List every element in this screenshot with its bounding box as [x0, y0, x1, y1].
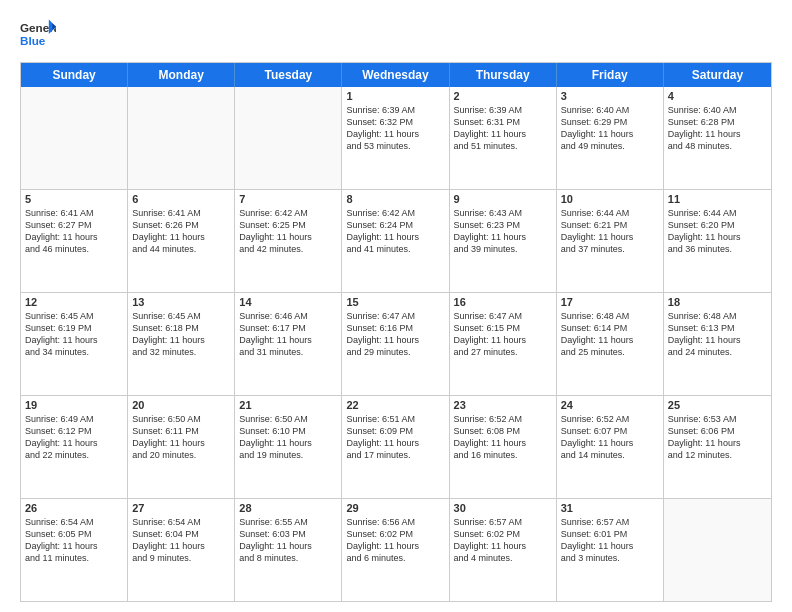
day-info-25: Sunrise: 6:53 AM Sunset: 6:06 PM Dayligh… [668, 413, 767, 462]
day-info-14: Sunrise: 6:46 AM Sunset: 6:17 PM Dayligh… [239, 310, 337, 359]
day-number-22: 22 [346, 399, 444, 411]
empty-cell [128, 87, 235, 189]
day-cell-2: 2Sunrise: 6:39 AM Sunset: 6:31 PM Daylig… [450, 87, 557, 189]
day-number-2: 2 [454, 90, 552, 102]
day-info-15: Sunrise: 6:47 AM Sunset: 6:16 PM Dayligh… [346, 310, 444, 359]
day-number-13: 13 [132, 296, 230, 308]
day-cell-18: 18Sunrise: 6:48 AM Sunset: 6:13 PM Dayli… [664, 293, 771, 395]
day-number-8: 8 [346, 193, 444, 205]
day-cell-5: 5Sunrise: 6:41 AM Sunset: 6:27 PM Daylig… [21, 190, 128, 292]
empty-cell [21, 87, 128, 189]
calendar-row-1: 5Sunrise: 6:41 AM Sunset: 6:27 PM Daylig… [21, 190, 771, 293]
day-cell-8: 8Sunrise: 6:42 AM Sunset: 6:24 PM Daylig… [342, 190, 449, 292]
day-info-19: Sunrise: 6:49 AM Sunset: 6:12 PM Dayligh… [25, 413, 123, 462]
day-info-16: Sunrise: 6:47 AM Sunset: 6:15 PM Dayligh… [454, 310, 552, 359]
logo-icon: General Blue [20, 16, 56, 52]
day-info-28: Sunrise: 6:55 AM Sunset: 6:03 PM Dayligh… [239, 516, 337, 565]
day-info-23: Sunrise: 6:52 AM Sunset: 6:08 PM Dayligh… [454, 413, 552, 462]
weekday-header-tuesday: Tuesday [235, 63, 342, 87]
day-info-30: Sunrise: 6:57 AM Sunset: 6:02 PM Dayligh… [454, 516, 552, 565]
day-number-3: 3 [561, 90, 659, 102]
day-cell-14: 14Sunrise: 6:46 AM Sunset: 6:17 PM Dayli… [235, 293, 342, 395]
day-info-9: Sunrise: 6:43 AM Sunset: 6:23 PM Dayligh… [454, 207, 552, 256]
day-cell-26: 26Sunrise: 6:54 AM Sunset: 6:05 PM Dayli… [21, 499, 128, 601]
weekday-header-friday: Friday [557, 63, 664, 87]
day-cell-1: 1Sunrise: 6:39 AM Sunset: 6:32 PM Daylig… [342, 87, 449, 189]
day-cell-13: 13Sunrise: 6:45 AM Sunset: 6:18 PM Dayli… [128, 293, 235, 395]
day-info-12: Sunrise: 6:45 AM Sunset: 6:19 PM Dayligh… [25, 310, 123, 359]
day-info-29: Sunrise: 6:56 AM Sunset: 6:02 PM Dayligh… [346, 516, 444, 565]
day-cell-11: 11Sunrise: 6:44 AM Sunset: 6:20 PM Dayli… [664, 190, 771, 292]
empty-cell [664, 499, 771, 601]
day-number-26: 26 [25, 502, 123, 514]
day-cell-7: 7Sunrise: 6:42 AM Sunset: 6:25 PM Daylig… [235, 190, 342, 292]
day-cell-10: 10Sunrise: 6:44 AM Sunset: 6:21 PM Dayli… [557, 190, 664, 292]
calendar-row-2: 12Sunrise: 6:45 AM Sunset: 6:19 PM Dayli… [21, 293, 771, 396]
day-info-2: Sunrise: 6:39 AM Sunset: 6:31 PM Dayligh… [454, 104, 552, 153]
day-number-7: 7 [239, 193, 337, 205]
day-info-22: Sunrise: 6:51 AM Sunset: 6:09 PM Dayligh… [346, 413, 444, 462]
day-cell-6: 6Sunrise: 6:41 AM Sunset: 6:26 PM Daylig… [128, 190, 235, 292]
weekday-header-saturday: Saturday [664, 63, 771, 87]
day-number-6: 6 [132, 193, 230, 205]
day-cell-20: 20Sunrise: 6:50 AM Sunset: 6:11 PM Dayli… [128, 396, 235, 498]
day-number-24: 24 [561, 399, 659, 411]
day-number-5: 5 [25, 193, 123, 205]
day-info-18: Sunrise: 6:48 AM Sunset: 6:13 PM Dayligh… [668, 310, 767, 359]
day-info-24: Sunrise: 6:52 AM Sunset: 6:07 PM Dayligh… [561, 413, 659, 462]
weekday-header-thursday: Thursday [450, 63, 557, 87]
day-number-16: 16 [454, 296, 552, 308]
day-info-17: Sunrise: 6:48 AM Sunset: 6:14 PM Dayligh… [561, 310, 659, 359]
day-number-29: 29 [346, 502, 444, 514]
day-number-28: 28 [239, 502, 337, 514]
day-cell-12: 12Sunrise: 6:45 AM Sunset: 6:19 PM Dayli… [21, 293, 128, 395]
day-number-31: 31 [561, 502, 659, 514]
day-info-3: Sunrise: 6:40 AM Sunset: 6:29 PM Dayligh… [561, 104, 659, 153]
empty-cell [235, 87, 342, 189]
day-cell-31: 31Sunrise: 6:57 AM Sunset: 6:01 PM Dayli… [557, 499, 664, 601]
day-number-10: 10 [561, 193, 659, 205]
day-info-31: Sunrise: 6:57 AM Sunset: 6:01 PM Dayligh… [561, 516, 659, 565]
day-number-30: 30 [454, 502, 552, 514]
calendar-body: 1Sunrise: 6:39 AM Sunset: 6:32 PM Daylig… [21, 87, 771, 601]
day-info-1: Sunrise: 6:39 AM Sunset: 6:32 PM Dayligh… [346, 104, 444, 153]
day-cell-25: 25Sunrise: 6:53 AM Sunset: 6:06 PM Dayli… [664, 396, 771, 498]
day-info-13: Sunrise: 6:45 AM Sunset: 6:18 PM Dayligh… [132, 310, 230, 359]
day-number-23: 23 [454, 399, 552, 411]
calendar-row-4: 26Sunrise: 6:54 AM Sunset: 6:05 PM Dayli… [21, 499, 771, 601]
day-info-11: Sunrise: 6:44 AM Sunset: 6:20 PM Dayligh… [668, 207, 767, 256]
day-number-14: 14 [239, 296, 337, 308]
header: General Blue [20, 16, 772, 52]
logo: General Blue [20, 16, 56, 52]
day-number-19: 19 [25, 399, 123, 411]
day-cell-22: 22Sunrise: 6:51 AM Sunset: 6:09 PM Dayli… [342, 396, 449, 498]
day-info-20: Sunrise: 6:50 AM Sunset: 6:11 PM Dayligh… [132, 413, 230, 462]
calendar-header: SundayMondayTuesdayWednesdayThursdayFrid… [21, 63, 771, 87]
day-info-26: Sunrise: 6:54 AM Sunset: 6:05 PM Dayligh… [25, 516, 123, 565]
day-info-10: Sunrise: 6:44 AM Sunset: 6:21 PM Dayligh… [561, 207, 659, 256]
day-number-18: 18 [668, 296, 767, 308]
day-info-8: Sunrise: 6:42 AM Sunset: 6:24 PM Dayligh… [346, 207, 444, 256]
day-cell-28: 28Sunrise: 6:55 AM Sunset: 6:03 PM Dayli… [235, 499, 342, 601]
day-number-15: 15 [346, 296, 444, 308]
day-cell-3: 3Sunrise: 6:40 AM Sunset: 6:29 PM Daylig… [557, 87, 664, 189]
day-cell-21: 21Sunrise: 6:50 AM Sunset: 6:10 PM Dayli… [235, 396, 342, 498]
day-number-11: 11 [668, 193, 767, 205]
day-info-4: Sunrise: 6:40 AM Sunset: 6:28 PM Dayligh… [668, 104, 767, 153]
day-info-6: Sunrise: 6:41 AM Sunset: 6:26 PM Dayligh… [132, 207, 230, 256]
day-info-5: Sunrise: 6:41 AM Sunset: 6:27 PM Dayligh… [25, 207, 123, 256]
weekday-header-wednesday: Wednesday [342, 63, 449, 87]
day-info-7: Sunrise: 6:42 AM Sunset: 6:25 PM Dayligh… [239, 207, 337, 256]
day-cell-29: 29Sunrise: 6:56 AM Sunset: 6:02 PM Dayli… [342, 499, 449, 601]
day-number-17: 17 [561, 296, 659, 308]
day-cell-4: 4Sunrise: 6:40 AM Sunset: 6:28 PM Daylig… [664, 87, 771, 189]
day-number-21: 21 [239, 399, 337, 411]
day-cell-17: 17Sunrise: 6:48 AM Sunset: 6:14 PM Dayli… [557, 293, 664, 395]
weekday-header-monday: Monday [128, 63, 235, 87]
day-info-21: Sunrise: 6:50 AM Sunset: 6:10 PM Dayligh… [239, 413, 337, 462]
calendar: SundayMondayTuesdayWednesdayThursdayFrid… [20, 62, 772, 602]
svg-text:Blue: Blue [20, 34, 46, 47]
day-cell-16: 16Sunrise: 6:47 AM Sunset: 6:15 PM Dayli… [450, 293, 557, 395]
day-number-1: 1 [346, 90, 444, 102]
day-cell-15: 15Sunrise: 6:47 AM Sunset: 6:16 PM Dayli… [342, 293, 449, 395]
